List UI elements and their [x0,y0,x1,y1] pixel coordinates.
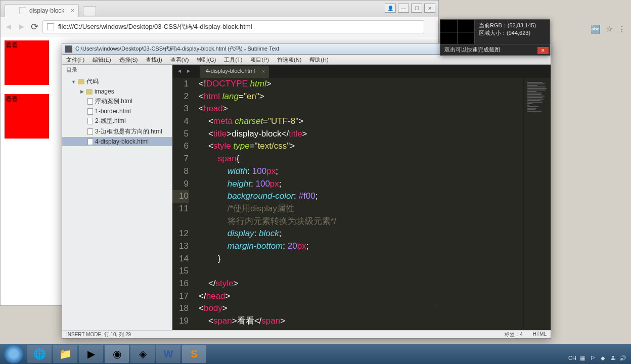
menu-item[interactable]: 选择(S) [115,55,142,64]
code-area[interactable]: 12345678910111213141516171819 <!DOCTYPE … [172,78,551,330]
windows-taskbar: 🌐 📁 ▶ ◉ ◈ W S CH ▦ 🏳 ◆ 🖧 🔊 [0,344,631,364]
minimap[interactable] [523,78,551,330]
code-line: margin-bottom: 20px; [199,240,523,253]
chrome-menu-icon[interactable]: ⋮ [618,24,626,34]
taskbar-app-icon[interactable]: ◈ [130,345,155,363]
tree-file-item[interactable]: 浮动案例.html [62,96,172,107]
tray-icon[interactable]: ◆ [599,354,607,362]
translate-icon[interactable]: 🔤 [591,24,601,34]
rendered-span-2: 看看 [5,94,49,139]
reload-button[interactable]: ⟳ [31,21,38,32]
tree-file-item[interactable]: 2-线型.html [62,116,172,126]
tab-close-icon[interactable]: × [70,7,74,15]
taskbar-word-icon[interactable]: W [156,345,181,363]
menu-item[interactable]: 查看(V) [166,55,193,64]
picker-info: 当前RGB：(52,83,145) 区域大小：(944,623) [475,20,540,44]
color-picker-tooltip[interactable]: 当前RGB：(52,83,145) 区域大小：(944,623) 双击可以快速完… [440,19,550,56]
tree-file-item[interactable]: 1-border.html [62,107,172,116]
site-info-icon[interactable] [47,23,54,30]
tray-volume-icon[interactable]: 🔊 [619,354,627,362]
editor-tab[interactable]: 4-display-block.html × [200,66,269,78]
tab-title: display-block [29,7,64,14]
url-text: file:///C:/Users/windows/Desktop/03-CSS/… [58,22,252,31]
code-line: display: block; [199,228,523,240]
line-number: 1 [172,78,189,90]
tray-network-icon[interactable]: 🖧 [609,354,617,362]
file-label: 浮动案例.html [95,97,132,106]
picker-close-button[interactable]: ✕ [537,47,549,54]
line-number: 2 [172,90,189,103]
menu-item[interactable]: 查找(I) [142,55,166,64]
sublime-editor: ◄ ► 4-display-block.html × 1234567891011… [172,65,551,330]
new-tab-button[interactable] [83,6,96,16]
back-button[interactable]: ◄ [5,22,14,31]
line-gutter: 12345678910111213141516171819 [172,78,197,330]
code-line: <html lang="en"> [199,90,523,103]
editor-tab-close-icon[interactable]: × [262,68,265,74]
taskbar-media-icon[interactable]: ▶ [79,345,103,363]
folder-icon [78,79,84,84]
user-icon[interactable]: 👤 [385,4,396,13]
tree-root-folder[interactable]: ▼ 代码 [62,76,172,87]
line-number: 12 [172,228,189,240]
bookmark-star-icon[interactable]: ☆ [606,24,613,34]
file-label: 4-display-block.html [95,138,149,145]
tree-file-item[interactable]: 4-display-block.html [62,137,172,146]
sublime-title: C:\Users\windows\Desktop\03-CSS\代码\4-dis… [75,45,279,53]
tree-subfolder[interactable]: ▶ images [62,87,172,96]
code-line: <head> [199,103,523,115]
tray-flag-icon[interactable]: 🏳 [589,354,597,362]
code-line: background-color: #f00; [199,190,523,203]
menu-item[interactable]: 文件(F) [62,55,88,64]
taskbar-ie-icon[interactable]: 🌐 [27,345,52,363]
tab-history-back-icon[interactable]: ◄ [175,67,184,75]
file-label: 1-border.html [95,108,131,115]
code-content[interactable]: <!DOCTYPE html><html lang="en"><head> <m… [197,78,523,330]
menu-item[interactable]: 编辑(E) [88,55,115,64]
taskbar-sublime-icon[interactable]: S [182,345,206,363]
sublime-icon [65,46,72,53]
browser-tab[interactable]: display-block × [5,4,79,17]
close-button[interactable]: ✕ [424,4,435,13]
line-number: 5 [172,128,189,141]
tree-file-item[interactable]: 3-边框也是有方向的.html [62,126,172,137]
menu-item[interactable]: 转到(G) [193,55,220,64]
folder-label: 代码 [86,77,99,86]
line-number: 13 [172,240,189,253]
menu-item[interactable]: 工具(T) [220,55,246,64]
hint-text: 双击可以快速完成截图 [444,46,500,54]
menu-item[interactable]: 首选项(N) [273,55,305,64]
url-bar[interactable]: file:///C:/Users/windows/Desktop/03-CSS/… [42,20,424,33]
status-syntax[interactable]: HTML [533,331,547,338]
tray-ime-icon[interactable]: CH [568,354,576,362]
taskbar-chrome-icon[interactable]: ◉ [105,345,129,363]
sublime-text-window: C:\Users\windows\Desktop\03-CSS\代码\4-dis… [62,43,551,339]
maximize-button[interactable]: ☐ [411,4,422,13]
rgb-label: 当前RGB： [479,22,508,28]
line-number: 7 [172,153,189,165]
line-number: 17 [172,290,189,303]
rgb-value: (52,83,145) [508,22,536,28]
file-icon [87,118,93,124]
folder-icon [86,89,93,95]
menu-item[interactable]: 项目(P) [246,55,273,64]
code-line: <title>display-block</title> [199,128,523,141]
rendered-span-1: 看看 [5,40,49,85]
forward-button[interactable]: ► [18,22,27,31]
menu-item[interactable]: 帮助(H) [305,55,332,64]
start-button[interactable] [4,344,23,363]
line-number: 8 [172,165,189,178]
minimize-button[interactable]: — [398,4,409,13]
line-number: 4 [172,115,189,128]
line-number: 10 [172,190,189,203]
code-line: <style type="text/css"> [199,140,523,153]
page-favicon [19,7,26,14]
taskbar-explorer-icon[interactable]: 📁 [53,345,77,363]
expand-arrow-icon: ▼ [71,79,76,84]
line-number: 19 [172,315,189,328]
file-icon [87,108,93,115]
tab-history-forward-icon[interactable]: ► [185,67,193,75]
status-tab-size[interactable]: 标签：4 [505,331,523,338]
code-line: width: 100px; [199,165,523,178]
tray-icon[interactable]: ▦ [578,354,587,362]
